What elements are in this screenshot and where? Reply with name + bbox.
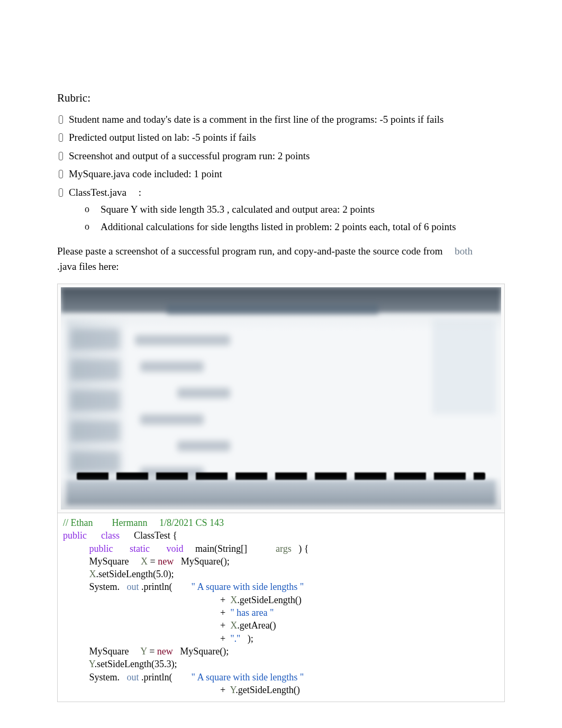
java-ext: .java (57, 261, 76, 272)
classtest-label: ClassTest.java (69, 187, 126, 198)
var-y: Y (131, 204, 140, 215)
call: .setSideLength(5.0); (96, 569, 174, 579)
text: with side length (140, 204, 207, 215)
sys: System. (89, 581, 120, 592)
plus: + (220, 620, 228, 631)
text: Square (101, 204, 131, 215)
num: 35.3 (207, 204, 224, 215)
plus: + (220, 685, 228, 695)
type: MySquare (89, 556, 129, 567)
var: X (230, 595, 237, 605)
text: Please paste a screenshot of a successfu… (57, 245, 443, 257)
args: args (276, 543, 292, 554)
plus: + (220, 595, 228, 605)
comment: Hermann (112, 517, 148, 528)
out: out (127, 672, 139, 683)
rubric-sublist: Square Y with side length 35.3 , calcula… (85, 202, 505, 234)
call: .getArea() (237, 620, 276, 631)
ctor: MySquare(); (180, 646, 229, 657)
kw: new (158, 556, 174, 567)
str: " has area " (230, 607, 274, 618)
colon: : (139, 187, 141, 198)
text: , calculated and output area: 2 points (224, 204, 375, 215)
close: ); (248, 633, 253, 644)
println: .println( (141, 581, 173, 592)
var: Y (140, 646, 147, 657)
rubric-list: Student name and today's date is a comme… (57, 112, 505, 235)
rubric-subitem: Additional calculations for side lengths… (85, 220, 505, 235)
call: .getSideLength() (235, 685, 300, 695)
plus: + (220, 607, 228, 618)
kw: static (130, 543, 150, 554)
instruction-paragraph: Please paste a screenshot of a successfu… (57, 244, 505, 274)
var: Y (89, 659, 95, 669)
op: = (147, 646, 157, 657)
rubric-item-classtest: ClassTest.java : Square Y with side leng… (57, 185, 505, 235)
classname: ClassTest { (134, 530, 177, 541)
sys: System. (89, 672, 120, 683)
source-code-block: // Ethan Hermann 1/8/2021 CS 143 public … (57, 513, 505, 702)
println: .println( (141, 672, 173, 683)
blurred-ide-image (61, 287, 501, 509)
rubric-item: MySquare.java code included: 1 point (57, 167, 505, 182)
ide-screenshot (57, 284, 505, 513)
ctor: MySquare(); (181, 556, 230, 567)
rubric-item: Predicted output listed on lab: -5 point… (57, 130, 505, 145)
rubric-item: Student name and today's date is a comme… (57, 112, 505, 128)
plus: + (220, 633, 228, 644)
rubric-heading: Rubric: (57, 90, 505, 107)
comment: // Ethan (63, 517, 93, 528)
str: " A square with side lengths " (192, 672, 304, 683)
var: X (89, 569, 96, 579)
call: .getSideLength() (237, 595, 301, 605)
out: out (127, 581, 139, 592)
both-word: both (455, 245, 473, 257)
str: " A square with side lengths " (192, 581, 304, 592)
brace: ) { (298, 543, 309, 554)
rubric-item: Screenshot and output of a successful pr… (57, 149, 505, 164)
var: X (141, 556, 148, 567)
type: MySquare (89, 646, 129, 657)
text: files here: (76, 261, 119, 272)
sig: main(String[] (195, 543, 247, 554)
rubric-subitem: Square Y with side length 35.3 , calcula… (85, 202, 505, 217)
var: X (230, 620, 237, 631)
call: .setSideLength(35.3); (95, 659, 177, 669)
kw: public (89, 543, 113, 554)
kw: public (63, 530, 87, 541)
kw: void (167, 543, 184, 554)
kw: class (101, 530, 120, 541)
op: = (148, 556, 158, 567)
kw: new (157, 646, 173, 657)
comment: 1/8/2021 CS 143 (159, 517, 224, 528)
str: "." (230, 633, 240, 644)
var: Y (230, 685, 236, 695)
